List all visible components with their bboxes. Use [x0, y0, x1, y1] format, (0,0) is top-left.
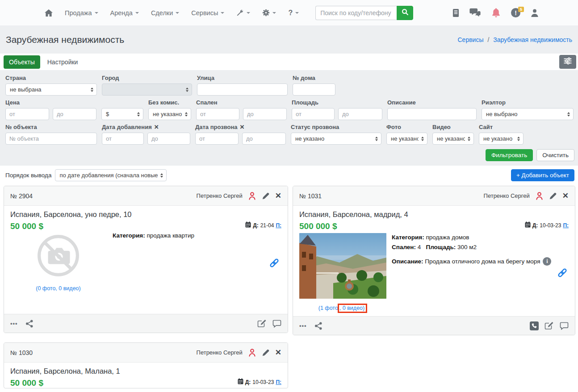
chat-icon[interactable]: [469, 8, 481, 17]
info-icon[interactable]: i: [543, 257, 551, 266]
agent-contact-icon[interactable]: [248, 348, 256, 357]
clear-date-called-icon[interactable]: ✕: [240, 124, 245, 130]
area-to-input[interactable]: [338, 108, 382, 120]
top-navbar: Продажа Аренда Сделки Сервисы ? !: [0, 0, 578, 25]
filter-call-status: Статус прозвона не указано: [291, 124, 381, 145]
date-meta: Д:10-03-23 П:: [525, 221, 569, 229]
date-added-value: 10-03-23: [540, 222, 561, 229]
select-caret-icon: [160, 173, 163, 178]
edit-pencil-icon[interactable]: [549, 192, 557, 200]
object-card-1031: № 1031 Петренко Сергей ✕ Испания, Барсел…: [293, 186, 575, 335]
filter-date-added: Дата добавления✕: [102, 124, 190, 145]
navbar-right-icons: ! 5: [452, 0, 539, 25]
breadcrumb-services-link[interactable]: Сервисы: [458, 36, 484, 43]
currency-select[interactable]: $: [101, 108, 143, 120]
agent-contact-icon[interactable]: [535, 191, 544, 200]
more-actions-icon[interactable]: •••: [299, 322, 307, 329]
description-input[interactable]: [387, 108, 477, 120]
menu-sales[interactable]: Продажа: [65, 9, 98, 17]
street-input[interactable]: [197, 83, 288, 96]
price-to-input[interactable]: [53, 108, 96, 120]
country-select[interactable]: не выбрана: [5, 83, 97, 96]
journal-icon[interactable]: [452, 8, 459, 17]
filter-buttons: Фильтровать Очистить: [5, 149, 574, 161]
comment-icon[interactable]: [272, 320, 281, 328]
price-from-input[interactable]: [5, 108, 49, 120]
tab-settings[interactable]: Настройки: [47, 58, 78, 66]
video-select[interactable]: не указано: [432, 133, 474, 145]
phone-square-icon[interactable]: [530, 321, 539, 330]
filter-toggle-button[interactable]: [559, 55, 576, 69]
close-icon[interactable]: ✕: [275, 192, 281, 200]
bedrooms-to-input[interactable]: [243, 108, 287, 120]
date-called-to-input[interactable]: [242, 133, 286, 145]
filter-object-number: № объекта: [5, 124, 97, 145]
sort-select[interactable]: по дате добавления (сначала новые): [55, 169, 167, 181]
clear-button[interactable]: Очистить: [536, 149, 574, 161]
filter-row-3: № объекта Дата добавления✕ Дата прозвона…: [5, 124, 574, 145]
profile-icon[interactable]: [531, 8, 539, 17]
menu-help[interactable]: ?: [288, 9, 299, 17]
add-object-button[interactable]: + Добавить объект: [511, 169, 574, 181]
realtor-select[interactable]: не выбрано: [482, 108, 574, 120]
property-photo[interactable]: [299, 233, 386, 299]
menu-deals[interactable]: Сделки: [151, 9, 179, 17]
call-link[interactable]: П:: [276, 222, 281, 229]
edit-pencil-icon[interactable]: [262, 349, 270, 357]
date-added-to-input[interactable]: [147, 133, 190, 145]
close-icon[interactable]: ✕: [562, 192, 569, 200]
agent-contact-icon[interactable]: [248, 191, 256, 200]
comment-icon[interactable]: [560, 322, 569, 330]
menu-settings[interactable]: [262, 9, 276, 17]
close-icon[interactable]: ✕: [275, 349, 281, 356]
no-commission-select[interactable]: не указано: [148, 108, 191, 120]
site-select[interactable]: не указано: [479, 133, 524, 145]
properties-line: Спален: 4 Площадь: 300 м2: [392, 244, 569, 250]
media-count-link[interactable]: (1 фото, 0 видео): [299, 305, 386, 311]
clear-date-added-icon[interactable]: ✕: [154, 124, 159, 130]
breadcrumb-current-link[interactable]: Зарубежная недвижимость: [493, 36, 572, 43]
tab-objects[interactable]: Объекты: [4, 55, 40, 69]
date-added-value: 21-04: [260, 222, 274, 229]
filter-description: Описание: [387, 99, 477, 120]
call-link[interactable]: П:: [563, 222, 569, 229]
alerts-button[interactable]: ! 5: [511, 8, 520, 17]
object-address: Испания, Барселона, мадрид, 4: [299, 210, 569, 219]
share-icon[interactable]: [25, 320, 34, 328]
media-count-link[interactable]: (0 фото, 0 видео): [10, 285, 106, 292]
object-number: № 1031: [299, 192, 322, 200]
link-icon[interactable]: [269, 258, 280, 268]
date-added-from-input[interactable]: [102, 133, 144, 145]
search-button[interactable]: [397, 6, 413, 20]
filter-date-called: Дата прозвона✕: [195, 124, 286, 145]
category-line: Категория: продажа квартир: [113, 232, 281, 239]
house-number-input[interactable]: [293, 83, 335, 96]
edit-pencil-icon[interactable]: [262, 192, 270, 200]
filter-button[interactable]: Фильтровать: [486, 149, 533, 161]
edit-note-icon[interactable]: [257, 319, 267, 328]
help-icon: ?: [288, 9, 293, 17]
call-link[interactable]: П:: [276, 379, 281, 385]
link-icon[interactable]: [557, 267, 568, 278]
object-address: Испания, Барселона, уно педре, 10: [10, 210, 281, 219]
more-actions-icon[interactable]: •••: [10, 320, 18, 327]
notifications-bell-icon[interactable]: [491, 8, 501, 18]
filter-site: Сайт не указано: [479, 124, 524, 145]
card-footer: •••: [293, 316, 575, 335]
city-select[interactable]: [102, 83, 192, 96]
menu-rent[interactable]: Аренда: [110, 9, 139, 17]
call-status-select[interactable]: не указано: [291, 133, 381, 145]
photo-select[interactable]: не указано: [386, 133, 427, 145]
object-address: Испания, Барселона, Малана, 1: [10, 367, 281, 375]
search-input[interactable]: [315, 6, 397, 20]
edit-note-icon[interactable]: [544, 321, 554, 330]
sort-label: Порядок вывода: [5, 172, 51, 179]
object-number-input[interactable]: [5, 133, 97, 145]
menu-tools[interactable]: [236, 9, 250, 17]
bedrooms-from-input[interactable]: [196, 108, 239, 120]
area-from-input[interactable]: [292, 108, 335, 120]
home-button[interactable]: [45, 9, 53, 17]
share-icon[interactable]: [314, 322, 323, 330]
date-called-from-input[interactable]: [195, 133, 239, 145]
menu-services[interactable]: Сервисы: [191, 9, 224, 17]
